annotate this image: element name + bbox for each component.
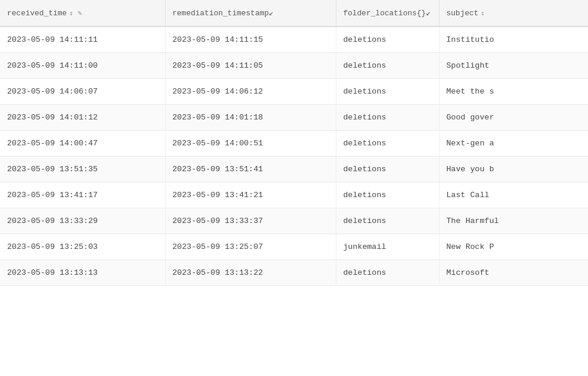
col-label-folder-locations: folder_locations{}↙ [343,8,431,18]
received-time-cell: 2023-05-09 14:11:00 [0,53,165,79]
received-time-cell: 2023-05-09 13:33:29 [0,208,165,234]
remediation-timestamp-cell: 2023-05-09 14:11:15 [165,26,336,53]
subject-cell: Next-gen a [439,131,588,157]
remediation-timestamp-cell: 2023-05-09 13:51:41 [165,157,336,182]
col-label-subject: subject [447,9,479,18]
folder-locations-cell: deletions [336,105,439,131]
folder-locations-cell: deletions [336,208,439,234]
col-label-remediation-timestamp: remediation_timestamp↙ [173,8,274,18]
table-row[interactable]: 2023-05-09 14:11:002023-05-09 14:11:05de… [0,53,588,79]
folder-locations-cell: deletions [336,260,439,286]
subject-cell: Institutio [439,26,588,53]
col-header-received-time[interactable]: received_time ⇕ ✎ [0,0,165,26]
table-row[interactable]: 2023-05-09 13:41:172023-05-09 13:41:21de… [0,182,588,208]
folder-locations-cell: deletions [336,79,439,105]
remediation-timestamp-cell: 2023-05-09 14:00:51 [165,131,336,157]
subject-cell: Good gover [439,105,588,131]
received-time-cell: 2023-05-09 13:51:35 [0,157,165,182]
remediation-timestamp-cell: 2023-05-09 14:06:12 [165,79,336,105]
folder-locations-cell: deletions [336,131,439,157]
subject-cell: The Harmful [439,208,588,234]
table-header-row: received_time ⇕ ✎ remediation_timestamp↙… [0,0,588,26]
table-row[interactable]: 2023-05-09 14:06:072023-05-09 14:06:12de… [0,79,588,105]
remediation-timestamp-cell: 2023-05-09 13:41:21 [165,182,336,208]
subject-cell: Spotlight [439,53,588,79]
received-time-cell: 2023-05-09 14:06:07 [0,79,165,105]
col-header-remediation-timestamp[interactable]: remediation_timestamp↙ [165,0,336,26]
remediation-timestamp-cell: 2023-05-09 13:25:07 [165,234,336,260]
remediation-timestamp-cell: 2023-05-09 14:11:05 [165,53,336,79]
table-row[interactable]: 2023-05-09 14:00:472023-05-09 14:00:51de… [0,131,588,157]
table-row[interactable]: 2023-05-09 13:51:352023-05-09 13:51:41de… [0,157,588,182]
sort-icon-received-time[interactable]: ⇕ [69,9,73,17]
remediation-timestamp-cell: 2023-05-09 13:33:37 [165,208,336,234]
col-header-folder-locations[interactable]: folder_locations{}↙ [336,0,439,26]
received-time-cell: 2023-05-09 14:00:47 [0,131,165,157]
subject-cell: New Rock P [439,234,588,260]
received-time-cell: 2023-05-09 14:01:12 [0,105,165,131]
received-time-cell: 2023-05-09 13:13:13 [0,260,165,286]
table-row[interactable]: 2023-05-09 14:11:112023-05-09 14:11:15de… [0,26,588,53]
folder-locations-cell: deletions [336,53,439,79]
received-time-cell: 2023-05-09 13:41:17 [0,182,165,208]
table-row[interactable]: 2023-05-09 13:25:032023-05-09 13:25:07ju… [0,234,588,260]
subject-cell: Microsoft [439,260,588,286]
subject-cell: Have you b [439,157,588,182]
folder-locations-cell: deletions [336,26,439,53]
data-table: received_time ⇕ ✎ remediation_timestamp↙… [0,0,588,286]
remediation-timestamp-cell: 2023-05-09 13:13:22 [165,260,336,286]
folder-locations-cell: deletions [336,157,439,182]
edit-icon-received-time[interactable]: ✎ [78,9,82,18]
col-label-received-time: received_time [7,9,67,18]
subject-cell: Meet the s [439,79,588,105]
received-time-cell: 2023-05-09 13:25:03 [0,234,165,260]
table-row[interactable]: 2023-05-09 13:33:292023-05-09 13:33:37de… [0,208,588,234]
folder-locations-cell: junkemail [336,234,439,260]
col-header-subject[interactable]: subject ⇕ [439,0,588,26]
received-time-cell: 2023-05-09 14:11:11 [0,26,165,53]
sort-icon-subject[interactable]: ⇕ [481,9,485,17]
table-row[interactable]: 2023-05-09 13:13:132023-05-09 13:13:22de… [0,260,588,286]
table-row[interactable]: 2023-05-09 14:01:122023-05-09 14:01:18de… [0,105,588,131]
subject-cell: Last Call [439,182,588,208]
folder-locations-cell: deletions [336,182,439,208]
remediation-timestamp-cell: 2023-05-09 14:01:18 [165,105,336,131]
